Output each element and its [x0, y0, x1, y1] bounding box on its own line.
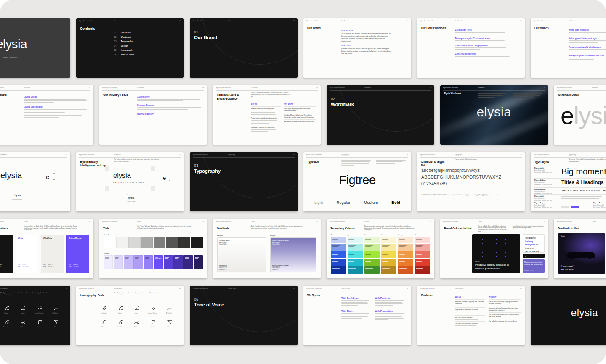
color-swatch[interactable] [348, 251, 363, 258]
tint-swatch[interactable] [173, 255, 183, 269]
slide-colours-in-use[interactable]: Elysia Brand GuidelinesColour23 Brand Co… [440, 219, 548, 278]
color-swatch[interactable] [398, 251, 413, 258]
color-swatch[interactable] [398, 244, 413, 251]
slide-our-brand[interactable]: Elysia Brand GuidelinesOur Brand04 Our B… [303, 18, 411, 78]
do-item: Use clear, concise language. [455, 317, 485, 319]
tint-swatch[interactable] [191, 237, 203, 248]
color-swatch[interactable] [331, 244, 346, 251]
toc-item[interactable]: 06Tone of Voice [114, 53, 134, 56]
color-swatch[interactable] [398, 259, 413, 266]
tint-swatch[interactable] [104, 255, 113, 269]
slide-type-styles[interactable]: Elysia Brand GuidelinesTypography18 Type… [531, 152, 606, 211]
color-swatch[interactable] [348, 259, 363, 266]
slide-secondary-colours[interactable]: Elysia Brand GuidelinesColour22 Secondar… [327, 219, 434, 278]
color-swatch[interactable] [364, 237, 380, 243]
toc-item[interactable]: 05Iconography [114, 49, 134, 51]
we-dont-heading: We Don't [284, 103, 316, 105]
slide-industry-focus[interactable]: Elysia Brand GuidelinesOur Brand08 Our I… [99, 85, 207, 145]
slide-gradients-in-use[interactable]: Elysia Brand GuidelinesColour24 Gradient… [554, 219, 606, 278]
slide-wordmark-hero[interactable]: Elysia Brand GuidelinesWordmark11 Elysia… [440, 85, 548, 145]
slide-iconography-light[interactable]: Elysia Brand GuidelinesIconography25 Ico… [0, 286, 70, 345]
tint-swatch[interactable] [116, 237, 128, 248]
slide-glyph-set[interactable]: Elysia Brand GuidelinesTypography17 Char… [417, 152, 525, 211]
slide-wordmark-detail[interactable]: Elysia Brand GuidelinesWordmark12 Wordma… [554, 85, 606, 145]
color-swatch[interactable] [348, 237, 363, 243]
tint-swatch[interactable] [114, 255, 123, 269]
slide-iconography-dark[interactable]: Elysia Brand GuidelinesIconography26 Ico… [76, 286, 184, 345]
neutral-gradient-panel[interactable]: Off-White (Base) HEX #F4F4F2 Opacity 100… [217, 237, 266, 272]
tint-swatch[interactable] [166, 237, 178, 248]
tint-swatch[interactable] [133, 255, 143, 269]
color-swatch[interactable] [415, 259, 430, 266]
tint-swatch[interactable] [141, 237, 153, 248]
slide-our-values[interactable]: Elysia Brand GuidelinesOur Brand06 Our V… [531, 18, 606, 78]
toc-item[interactable]: 03Typography [114, 40, 134, 42]
colour-card-future-purple[interactable]: Future Purple HEX#6B4EF7 RGB107 78 247 [66, 235, 90, 273]
slide-typeface[interactable]: Elysia Brand GuidelinesTypography16 Type… [303, 152, 411, 211]
mission-vision: OUR MISSION To accelerate the energy tra… [341, 30, 393, 58]
color-swatch[interactable] [381, 237, 396, 243]
slide-section-our-brand[interactable]: Elysia Brand GuidelinesOur Brand03 01 Ou… [190, 18, 298, 78]
color-swatch[interactable] [331, 259, 346, 266]
color-swatch[interactable] [398, 237, 413, 243]
slide-cover[interactable]: elysia Brand Guidelines [0, 18, 70, 78]
slide-wordmark-construction[interactable]: Elysia Brand GuidelinesWordmark13 elysia… [0, 152, 70, 211]
tint-swatch[interactable] [124, 255, 133, 269]
color-swatch[interactable] [364, 266, 380, 273]
slide-gradients[interactable]: Elysia Brand GuidelinesColour21 Gradient… [213, 219, 321, 278]
toc-item[interactable]: 02Wordmark [114, 36, 134, 38]
color-swatch[interactable] [415, 244, 430, 251]
color-swatch[interactable] [364, 251, 380, 258]
colour-card-black[interactable]: Black HEX#1B1B1B RGB27 27 27 [0, 235, 13, 273]
tint-swatch[interactable] [154, 237, 165, 248]
color-swatch[interactable] [364, 244, 380, 251]
slide-contents[interactable]: Elysia Brand GuidelinesContents02 Conten… [76, 18, 184, 78]
color-swatch[interactable] [331, 251, 346, 258]
slide-our-products[interactable]: Elysia Brand GuidelinesOur Brand07 Our P… [0, 85, 93, 145]
slide-section-wordmark[interactable]: Elysia Brand GuidelinesWordmark10 02 Wor… [327, 85, 434, 145]
color-swatch[interactable] [331, 237, 346, 243]
button-pill[interactable] [561, 206, 569, 208]
slide-brand-colours[interactable]: Elysia Brand GuidelinesColour19 Brand Co… [0, 219, 93, 278]
color-swatch[interactable] [364, 259, 380, 266]
color-swatch[interactable] [415, 237, 430, 243]
do-item: Promote Fortescue Zero as the parent. [251, 108, 281, 110]
toc-item[interactable]: 04Colour [114, 45, 134, 47]
purple-gradient-panel[interactable]: Future Purple (P500 Base) HEX #6B4EF7 Op… [270, 237, 316, 272]
tint-swatch[interactable] [178, 237, 190, 248]
slide-we-speak[interactable]: Elysia Brand GuidelinesTone of Voice28 W… [303, 286, 411, 345]
button-pill-accent[interactable] [571, 206, 579, 208]
slide-lockup[interactable]: Elysia Brand GuidelinesWordmark14 Elysia… [76, 152, 184, 211]
tint-swatch[interactable] [183, 255, 193, 269]
tint-swatch-base[interactable]: Future Purple (P500 Base) [154, 255, 163, 269]
tint-swatch[interactable] [128, 237, 140, 248]
color-swatch[interactable] [381, 251, 396, 258]
slide-section-tone-of-voice[interactable]: Elysia Brand GuidelinesTone of Voice27 0… [190, 286, 298, 345]
slide-fortescue-guidance[interactable]: Elysia Brand GuidelinesOur Brand09 Forte… [213, 85, 321, 145]
color-swatch[interactable] [415, 266, 430, 273]
close-icon[interactable]: × [542, 260, 543, 262]
color-swatch[interactable] [381, 259, 396, 266]
color-swatch[interactable] [381, 266, 396, 273]
do-item: Speak the customer's language with a det… [455, 301, 485, 305]
neutral-tints [104, 237, 203, 248]
slide-guidance[interactable]: Elysia Brand GuidelinesTone of Voice29 G… [417, 286, 525, 345]
color-swatch[interactable] [348, 244, 363, 251]
tint-swatch[interactable] [164, 255, 173, 269]
tint-swatch[interactable] [104, 237, 115, 248]
slide-section-typography[interactable]: Elysia Brand GuidelinesTypography15 03 T… [190, 152, 298, 211]
tint-swatch[interactable] [144, 255, 153, 269]
tint-swatch[interactable] [194, 255, 203, 269]
color-swatch[interactable] [415, 251, 430, 258]
color-swatch[interactable] [331, 266, 346, 273]
color-swatch[interactable] [348, 266, 363, 273]
slide-core-principals[interactable]: Elysia Brand GuidelinesOur Brand05 Our C… [417, 18, 525, 78]
toc-item[interactable]: 01Our Brand [114, 31, 134, 34]
slide-closing[interactable]: elysia [531, 286, 606, 345]
slide-tints[interactable]: Elysia Brand GuidelinesColour20 Tints Ou… [99, 219, 207, 278]
color-swatch[interactable] [398, 266, 413, 273]
value-heading: Answer real-world challenges [569, 46, 606, 48]
colour-card-white[interactable]: White HEX#FFFFFF RGB255 255 255 [16, 235, 39, 273]
color-swatch[interactable] [381, 244, 396, 251]
colour-card-off-white[interactable]: Off-White HEX#F4F4F2 RGB244 244 242 [41, 235, 64, 273]
